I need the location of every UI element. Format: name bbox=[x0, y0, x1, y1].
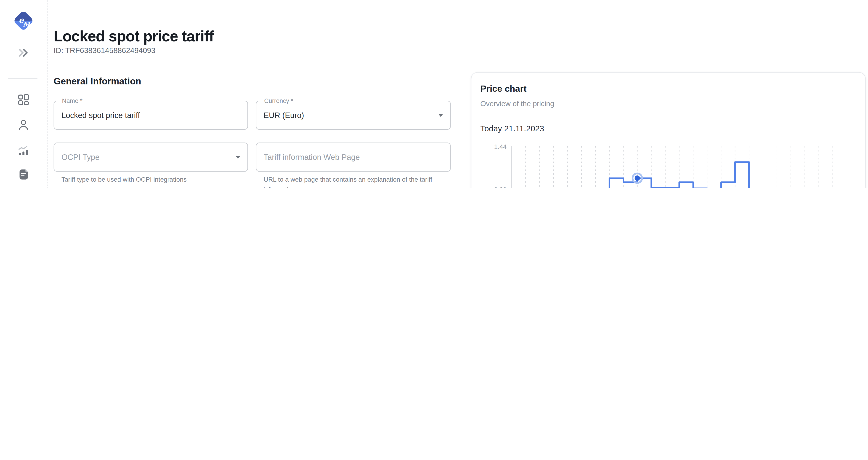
dashboard-grid-icon bbox=[17, 93, 30, 106]
svg-text:0.80: 0.80 bbox=[494, 186, 507, 188]
name-field[interactable]: Name * bbox=[54, 100, 248, 130]
price-chart-card: Price chart Overview of the pricing Toda… bbox=[471, 72, 866, 188]
svg-text:1.44: 1.44 bbox=[494, 143, 507, 150]
app-logo[interactable]: e M bbox=[13, 10, 34, 31]
double-chevron-right-icon bbox=[17, 46, 30, 59]
sidebar: e M bbox=[0, 0, 48, 188]
currency-select[interactable] bbox=[264, 101, 435, 129]
page-title: Locked spot price tariff bbox=[54, 28, 214, 45]
web-page-field[interactable] bbox=[256, 143, 451, 172]
sidebar-item-dashboard[interactable] bbox=[16, 92, 31, 107]
price-chart-subtitle: Overview of the pricing bbox=[480, 99, 554, 108]
sidebar-item-users[interactable] bbox=[16, 117, 31, 133]
name-input[interactable] bbox=[61, 101, 232, 129]
ocpi-type-select[interactable] bbox=[61, 143, 232, 171]
svg-text:M: M bbox=[23, 21, 31, 28]
sidebar-divider bbox=[8, 78, 37, 79]
sidebar-expand-button[interactable] bbox=[16, 45, 31, 60]
sidebar-item-statistics[interactable] bbox=[16, 143, 31, 158]
web-page-helper-text: URL to a web page that contains an expla… bbox=[264, 175, 443, 188]
chart-date-label: Today 21.11.2023 bbox=[480, 124, 544, 133]
ocpi-type-field[interactable] bbox=[54, 143, 248, 172]
bar-chart-trend-icon bbox=[17, 144, 30, 157]
currency-field[interactable]: Currency * bbox=[256, 100, 451, 130]
user-icon bbox=[17, 118, 30, 132]
price-chart-heading: Price chart bbox=[480, 84, 526, 94]
general-information-heading: General Information bbox=[54, 76, 141, 86]
ocpi-helper-text: Tariff type to be used with OCPI integra… bbox=[61, 175, 246, 184]
app-window: e M bbox=[0, 0, 868, 188]
chevron-down-icon bbox=[438, 114, 443, 117]
price-chart-svg[interactable]: 0.000.400.801.44EUR000102030405060708091… bbox=[475, 143, 860, 188]
document-icon bbox=[17, 168, 30, 181]
logo-icon: e M bbox=[13, 10, 34, 31]
tariff-id: ID: TRF638361458862494093 bbox=[54, 47, 155, 55]
sidebar-item-documents[interactable] bbox=[16, 167, 31, 182]
chevron-down-icon bbox=[236, 156, 240, 159]
web-page-input[interactable] bbox=[264, 143, 435, 171]
